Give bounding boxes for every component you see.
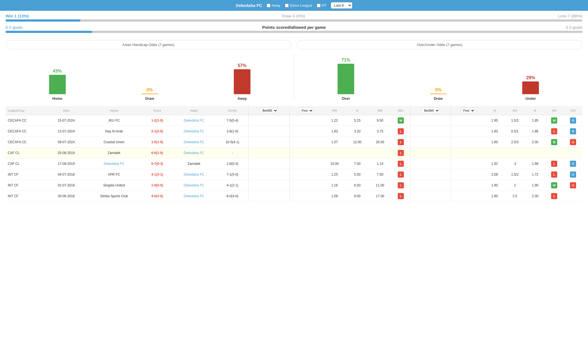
score: 1-0(0-0) bbox=[151, 183, 163, 187]
table-cell: Dekedaha FC bbox=[172, 115, 216, 126]
col-ou: O/U bbox=[564, 106, 582, 115]
bar-visual bbox=[522, 81, 539, 94]
table-cell: Dekedaha FC bbox=[172, 180, 216, 191]
table-cell: L bbox=[391, 158, 410, 169]
bar-visual bbox=[141, 94, 158, 94]
first-select-1[interactable]: First bbox=[299, 108, 313, 113]
bet365-select-2[interactable]: Bet365 bbox=[422, 108, 440, 113]
col-bet365-1-header[interactable]: Bet365 bbox=[249, 106, 289, 115]
table-cell: 1.5/2 bbox=[504, 169, 525, 180]
table-cell: L bbox=[391, 169, 410, 180]
table-cell bbox=[545, 148, 564, 158]
col-home: Home bbox=[85, 106, 143, 115]
table-cell: 1-0(1-0) bbox=[143, 137, 172, 148]
table-row: INT CF04-07-2018APR FC4-1(3-1)Dekedaha F… bbox=[6, 169, 582, 180]
table-cell: 17.00 bbox=[369, 191, 391, 202]
table-cell: 1.80 bbox=[485, 191, 504, 202]
col-d: D bbox=[346, 106, 369, 115]
table-cell: 10.00 bbox=[323, 158, 346, 169]
score: 1-0(1-0) bbox=[151, 140, 163, 144]
header-bar: Dekedaha FC Away Same League HT Last 4 L… bbox=[0, 0, 588, 11]
table-cell: CECAFA CC bbox=[6, 137, 47, 148]
away-team-link[interactable]: Dekedaha FC bbox=[184, 151, 204, 155]
table-cell: Simba Sports Club bbox=[85, 191, 143, 202]
asian-handicap-box: Asian Handicap Odds (7 games) bbox=[6, 40, 291, 49]
same-league-filter[interactable]: Same League bbox=[285, 3, 312, 7]
table-cell: W bbox=[545, 115, 564, 126]
table-cell: Dekedaha FC bbox=[172, 126, 216, 137]
last-games-dropdown[interactable]: Last 4 Last 6 Last 8 Last 10 bbox=[331, 2, 352, 9]
table-cell: -2 bbox=[504, 158, 525, 169]
same-league-checkbox[interactable] bbox=[285, 4, 289, 7]
col-first-1-header[interactable]: First bbox=[289, 106, 323, 115]
table-cell: Dekedaha FC bbox=[172, 148, 216, 158]
away-team-link[interactable]: Dekedaha FC bbox=[184, 119, 204, 122]
table-cell: O bbox=[564, 169, 582, 180]
away-team-link[interactable]: Dekedaha FC bbox=[184, 140, 204, 144]
loss-stat: Loss 7 (88%) bbox=[558, 14, 582, 18]
table-cell: 1.85 bbox=[525, 115, 545, 126]
table-cell: 1.22 bbox=[323, 115, 346, 126]
asian-handicap-label: Asian Handicap Odds (7 games) bbox=[122, 43, 174, 47]
away-team-link[interactable]: Dekedaha FC bbox=[184, 129, 204, 133]
table-cell bbox=[564, 191, 582, 202]
table-cell: 2.08 bbox=[485, 169, 504, 180]
score: 2-1(2-0) bbox=[151, 129, 163, 133]
table-cell: 4-1(2-1) bbox=[216, 180, 249, 191]
goals-left: 0.5 goals bbox=[6, 25, 22, 30]
bar-pct: 29% bbox=[526, 75, 535, 80]
bar-label: Home bbox=[52, 96, 62, 101]
table-cell: 2.5/3 bbox=[504, 137, 525, 148]
home-team-link[interactable]: Dekedaha FC bbox=[104, 162, 124, 166]
bar-visual bbox=[338, 64, 354, 94]
table-cell: W bbox=[545, 180, 564, 191]
table-cell bbox=[249, 169, 289, 180]
col-aw: AW bbox=[369, 106, 391, 115]
away-team-link[interactable]: Dekedaha FC bbox=[184, 173, 204, 176]
table-cell: 5.25 bbox=[346, 115, 369, 126]
table-cell bbox=[485, 148, 504, 158]
badge-u: U bbox=[570, 139, 576, 145]
away-filter[interactable]: Away bbox=[267, 3, 280, 7]
table-cell: W bbox=[391, 115, 410, 126]
first-select-2[interactable]: First bbox=[461, 108, 475, 113]
badge-l: L bbox=[398, 193, 404, 199]
table-cell bbox=[289, 169, 323, 180]
bar-pct: 43% bbox=[53, 69, 62, 74]
bet365-select-1[interactable]: Bet365 bbox=[260, 108, 278, 113]
table-cell bbox=[289, 137, 323, 148]
col-score: Score bbox=[143, 106, 172, 115]
table-cell: 02-07-2018 bbox=[47, 180, 85, 191]
away-team-link[interactable]: Dekedaha FC bbox=[184, 183, 204, 187]
table-cell: 25-08-2019 bbox=[47, 148, 85, 158]
table-cell: 04-07-2018 bbox=[47, 169, 85, 180]
away-team-link[interactable]: Dekedaha FC bbox=[184, 194, 204, 198]
over-under-label: Over/Under Odds (7 games) bbox=[417, 43, 462, 47]
table-cell: 4-0(3-0) bbox=[143, 191, 172, 202]
col-first-2-header[interactable]: First bbox=[451, 106, 485, 115]
table-cell: 2-1(2-0) bbox=[143, 126, 172, 137]
goals-center: Points scored/allowed per game bbox=[262, 25, 326, 30]
ht-filter[interactable]: HT bbox=[317, 3, 326, 7]
badge-w: W bbox=[551, 139, 557, 145]
table-cell bbox=[289, 115, 323, 126]
table-cell: 0-7(0-3) bbox=[143, 158, 172, 169]
ht-checkbox[interactable] bbox=[317, 4, 321, 7]
table-cell bbox=[525, 148, 545, 158]
col-hw: HW bbox=[323, 106, 346, 115]
table-row: CAF CL17-08-2019Dekedaha FC0-7(0-3)Zamal… bbox=[6, 158, 582, 169]
bar-pct: 57% bbox=[238, 63, 247, 68]
away-checkbox[interactable] bbox=[267, 4, 270, 7]
col-date: Date bbox=[47, 106, 85, 115]
badge-o: O bbox=[570, 171, 576, 178]
over-under-box: Over/Under Odds (7 games) bbox=[297, 40, 582, 49]
col-a: A bbox=[525, 106, 545, 115]
table-cell: 5.50 bbox=[346, 169, 369, 180]
badge-o: O bbox=[570, 128, 576, 134]
col-bet365-2-header[interactable]: Bet365 bbox=[410, 106, 451, 115]
table-cell bbox=[451, 115, 485, 126]
table-row: CAF CL25-08-2019Zamalek6-0(1-0)Dekedaha … bbox=[6, 148, 582, 158]
table-cell: 1.08 bbox=[323, 191, 346, 202]
table-cell: O bbox=[564, 126, 582, 137]
table-cell bbox=[289, 191, 323, 202]
